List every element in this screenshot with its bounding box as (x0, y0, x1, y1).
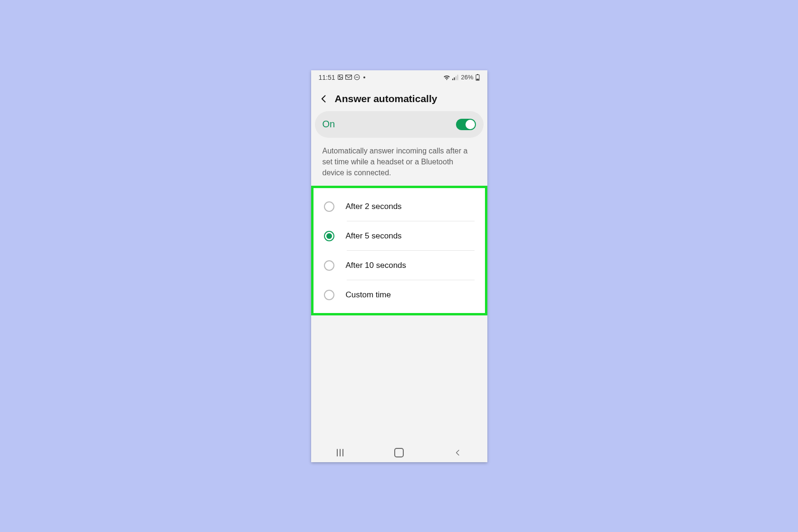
status-battery-pct: 26% (461, 74, 473, 81)
radio-icon (324, 290, 334, 300)
status-bar: 11:51 26% (311, 70, 487, 85)
page-header: Answer automatically (311, 85, 487, 111)
wifi-icon (443, 75, 450, 80)
option-custom-time[interactable]: Custom time (314, 280, 485, 309)
svg-rect-8 (457, 75, 458, 80)
system-nav-bar (311, 443, 487, 462)
svg-rect-7 (456, 76, 456, 80)
status-time: 11:51 (319, 74, 335, 81)
image-icon (337, 74, 343, 80)
radio-icon (324, 201, 334, 212)
svg-rect-2 (345, 75, 352, 79)
battery-icon (475, 74, 480, 81)
option-after-10-seconds[interactable]: After 10 seconds (314, 251, 485, 280)
svg-rect-6 (454, 77, 455, 80)
back-icon (454, 449, 462, 456)
option-label: After 5 seconds (346, 231, 402, 241)
recents-icon (337, 449, 343, 456)
feature-description: Automatically answer incoming calls afte… (311, 138, 487, 183)
nav-back-button[interactable] (444, 446, 472, 460)
page-title: Answer automatically (335, 93, 437, 104)
radio-icon (324, 231, 334, 241)
master-toggle-row[interactable]: On (315, 111, 484, 138)
svg-rect-11 (476, 78, 479, 80)
master-toggle-switch[interactable] (456, 119, 476, 130)
signal-icon (452, 75, 459, 80)
nav-home-button[interactable] (385, 446, 413, 460)
home-icon (394, 448, 404, 457)
radio-icon (324, 260, 334, 271)
option-label: After 2 seconds (346, 202, 402, 211)
svg-rect-0 (338, 75, 342, 80)
option-after-5-seconds[interactable]: After 5 seconds (314, 221, 485, 250)
more-notifications-dot (363, 76, 365, 78)
master-toggle-label: On (323, 119, 335, 130)
timing-options-group: After 2 seconds After 5 seconds After 10… (311, 186, 487, 315)
svg-rect-5 (452, 78, 453, 80)
phone-frame: 11:51 26% (311, 70, 487, 462)
option-after-2-seconds[interactable]: After 2 seconds (314, 192, 485, 221)
back-button[interactable] (319, 94, 329, 104)
gmail-icon (345, 75, 352, 80)
dnd-icon (354, 74, 360, 80)
nav-recents-button[interactable] (326, 446, 354, 460)
option-label: After 10 seconds (346, 261, 407, 270)
svg-point-1 (339, 76, 340, 77)
option-label: Custom time (346, 290, 391, 300)
